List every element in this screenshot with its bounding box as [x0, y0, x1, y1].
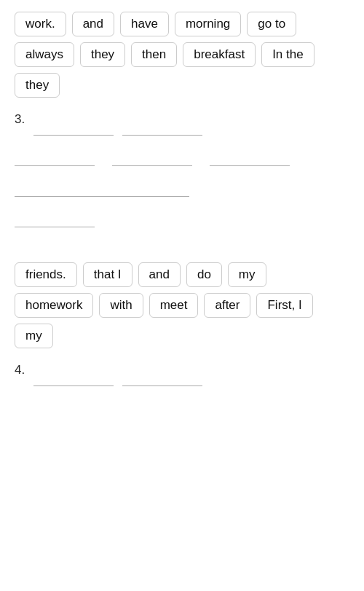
word-chip[interactable]: do — [186, 262, 222, 287]
word-chip[interactable]: my — [228, 262, 266, 287]
answer-line[interactable] — [122, 369, 202, 386]
word-chip[interactable]: In the — [261, 42, 314, 67]
word-chip[interactable]: with — [99, 293, 143, 318]
answer-line[interactable] — [33, 369, 114, 386]
word-chip[interactable]: work. — [15, 12, 66, 36]
word-bank-1: work. and have morning go to always they… — [15, 12, 349, 98]
word-chip[interactable]: that I — [83, 262, 132, 287]
word-chip[interactable]: First, I — [256, 293, 312, 318]
answer-line[interactable] — [33, 118, 114, 136]
word-chip[interactable]: breakfast — [183, 42, 256, 67]
section-4: 4. — [15, 363, 349, 386]
word-chip[interactable]: after — [204, 293, 250, 318]
answer-line[interactable] — [122, 118, 202, 136]
word-bank-2: friends. that I and do my homework with … — [15, 262, 349, 348]
answer-line[interactable] — [112, 149, 192, 166]
answer-line[interactable] — [15, 210, 95, 227]
word-chip[interactable]: have — [120, 12, 169, 36]
answer-line[interactable] — [15, 149, 95, 166]
word-chip[interactable]: morning — [175, 12, 241, 36]
section-3-label: 3. — [15, 112, 25, 127]
section-4-label: 4. — [15, 363, 25, 377]
answer-line[interactable] — [210, 149, 290, 166]
word-chip[interactable]: friends. — [15, 262, 77, 287]
word-chip[interactable]: meet — [149, 293, 199, 318]
word-chip[interactable]: always — [15, 42, 74, 67]
word-chip[interactable]: then — [131, 42, 177, 67]
word-chip[interactable]: my — [15, 324, 53, 348]
word-chip[interactable]: go to — [247, 12, 296, 36]
word-chip[interactable]: and — [138, 262, 181, 287]
answer-line[interactable] — [15, 179, 189, 197]
word-chip[interactable]: they — [80, 42, 125, 67]
word-chip[interactable]: and — [72, 12, 114, 36]
word-chip[interactable]: homework — [15, 293, 93, 318]
section-3: 3. — [15, 112, 349, 227]
word-chip[interactable]: they — [15, 73, 60, 98]
